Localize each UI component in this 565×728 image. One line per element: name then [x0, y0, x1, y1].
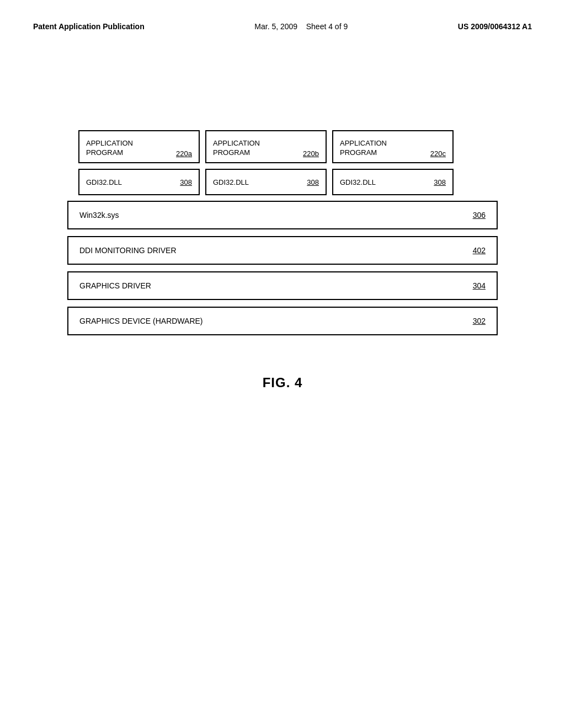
application-program-row: APPLICATIONPROGRAM 220a APPLICATIONPROGR… [67, 130, 498, 163]
ddi-monitoring-label: DDI MONITORING DRIVER [79, 246, 177, 255]
gdi-number-b: 308 [307, 178, 319, 186]
header-sheet: Sheet 4 of 9 [306, 22, 348, 31]
gdi-label-c: GDI32.DLL [340, 178, 376, 186]
app-label-c: APPLICATIONPROGRAM [340, 139, 387, 158]
header-patent-number: US 2009/0064312 A1 [458, 22, 532, 31]
graphics-device-number: 302 [473, 317, 486, 325]
graphics-driver-box: GRAPHICS DRIVER 304 [67, 271, 498, 300]
page: Patent Application Publication Mar. 5, 2… [0, 0, 565, 728]
header-date: Mar. 5, 2009 [254, 22, 297, 31]
gdi-number-c: 308 [434, 178, 446, 186]
app-box-b: APPLICATIONPROGRAM 220b [205, 130, 327, 163]
gdi-box-c: GDI32.DLL 308 [332, 169, 454, 195]
app-number-b: 220b [303, 149, 319, 158]
header-publication-label: Patent Application Publication [33, 22, 145, 31]
figure-label: FIG. 4 [33, 375, 532, 390]
ddi-monitoring-number: 402 [473, 246, 486, 255]
win32k-label: Win32k.sys [79, 211, 119, 220]
graphics-device-box: GRAPHICS DEVICE (HARDWARE) 302 [67, 307, 498, 335]
gdi-box-b: GDI32.DLL 308 [205, 169, 327, 195]
win32k-box: Win32k.sys 306 [67, 201, 498, 229]
app-box-c: APPLICATIONPROGRAM 220c [332, 130, 454, 163]
app-box-a: APPLICATIONPROGRAM 220a [78, 130, 200, 163]
gdi-label-b: GDI32.DLL [213, 178, 249, 186]
page-header: Patent Application Publication Mar. 5, 2… [33, 22, 532, 31]
app-label-b: APPLICATIONPROGRAM [213, 139, 260, 158]
graphics-driver-number: 304 [473, 281, 486, 290]
ddi-monitoring-box: DDI MONITORING DRIVER 402 [67, 236, 498, 265]
gdi-number-a: 308 [180, 178, 192, 186]
gdi-box-a: GDI32.DLL 308 [78, 169, 200, 195]
graphics-device-label: GRAPHICS DEVICE (HARDWARE) [79, 317, 203, 325]
graphics-driver-label: GRAPHICS DRIVER [79, 281, 151, 290]
win32k-number: 306 [473, 211, 486, 220]
gdi-label-a: GDI32.DLL [86, 178, 122, 186]
diagram-area: APPLICATIONPROGRAM 220a APPLICATIONPROGR… [33, 130, 532, 342]
app-number-a: 220a [176, 149, 192, 158]
app-number-c: 220c [430, 149, 446, 158]
gdi-row: GDI32.DLL 308 GDI32.DLL 308 GDI32.DLL 30… [67, 169, 498, 195]
app-label-a: APPLICATIONPROGRAM [86, 139, 133, 158]
header-date-sheet: Mar. 5, 2009 Sheet 4 of 9 [254, 22, 348, 31]
